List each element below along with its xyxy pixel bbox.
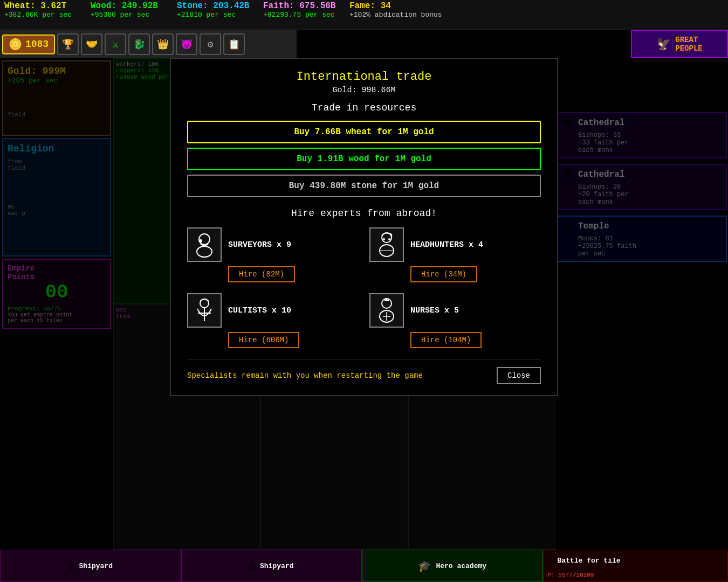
faith-value: Faith: 675.56B [263, 1, 341, 11]
bottom-shipyard-1[interactable]: ⚓ Shipyard [0, 550, 181, 582]
great-people-icon: 🦅 [656, 37, 671, 52]
coin-badge[interactable]: 🪙 1083 [2, 34, 55, 54]
expert-nurses: NURSES x 5 Hire (104M) [369, 293, 541, 348]
fame-resource: Fame: 34 +102% abdication bonus [345, 0, 447, 20]
modal-overlay: International trade Gold: 998.66M Trade … [0, 58, 728, 550]
wheat-rate: +382.66K per sec [4, 11, 82, 19]
nav-handshake[interactable]: 🤝 [81, 33, 102, 55]
great-people-label: GREATPEOPLE [675, 36, 702, 53]
resource-bar: Wheat: 3.62T +382.66K per sec Wood: 249.… [0, 0, 728, 30]
battle-label: Battle for tile [558, 557, 621, 565]
trade-modal: International trade Gold: 998.66M Trade … [170, 58, 558, 396]
hero-academy-icon: 🎓 [418, 559, 431, 573]
svg-point-1 [197, 246, 212, 257]
shipyard-1-icon: ⚓ [68, 559, 75, 573]
experts-grid: SURVEYORS x 9 Hire (82M) [187, 227, 541, 348]
nurse-name: NURSES x 5 [410, 306, 459, 315]
svg-point-6 [383, 238, 385, 240]
buy-wheat-button[interactable]: Buy 7.66B wheat for 1M gold [187, 121, 541, 143]
bottom-shipyard-2[interactable]: ⚓ Shipyard [181, 550, 362, 582]
coin-icon: 🪙 [9, 38, 22, 51]
buy-stone-button[interactable]: Buy 439.80M stone for 1M gold [187, 175, 541, 197]
expert-cultists: CULTISTS x 10 Hire (606M) [187, 293, 359, 348]
shipyard-2-label: Shipyard [260, 562, 293, 570]
svg-point-2 [199, 239, 202, 242]
bottom-battle[interactable]: ⚔ Battle for tile P: 5577/10200 [543, 550, 729, 582]
shipyard-1-label: Shipyard [79, 562, 113, 570]
surveyor-name: SURVEYORS x 9 [228, 240, 291, 250]
nav-dragon[interactable]: 🐉 [128, 33, 150, 55]
close-button[interactable]: Close [497, 367, 541, 384]
coin-count: 1083 [25, 39, 49, 50]
fame-value: Fame: 34 [349, 1, 442, 11]
hire-cultists-button[interactable]: Hire (606M) [228, 332, 299, 348]
svg-rect-12 [384, 300, 389, 301]
expert-headhunters: HEADHUNTERS x 4 Hire (34M) [369, 227, 541, 282]
hire-nurses-button[interactable]: Hire (104M) [410, 332, 482, 348]
faith-rate: +82293.75 per sec [263, 11, 341, 19]
stone-resource: Stone: 203.42B +21810 per sec [173, 0, 259, 20]
expert-surveyors: SURVEYORS x 9 Hire (82M) [187, 227, 359, 282]
expert-nurses-top: NURSES x 5 [369, 293, 459, 328]
stone-rate: +21810 per sec [177, 11, 255, 19]
nav-demon[interactable]: 😈 [176, 33, 197, 55]
surveyor-portrait [187, 227, 222, 262]
nav-trophy[interactable]: 🏆 [57, 33, 79, 55]
nav-extra1[interactable]: ⚙ [200, 33, 221, 55]
fame-rate: +102% abdication bonus [349, 11, 442, 19]
wood-resource: Wood: 249.92B +95380 per sec [86, 0, 173, 20]
cultist-portrait [187, 293, 222, 328]
hero-academy-label: Hero academy [436, 562, 486, 570]
buy-wood-button[interactable]: Buy 1.91B wood for 1M gold [187, 148, 541, 170]
battle-icon: ⚔ [548, 554, 554, 567]
svg-point-7 [388, 238, 390, 240]
expert-headhunters-top: HEADHUNTERS x 4 [369, 227, 483, 262]
wheat-resource: Wheat: 3.62T +382.66K per sec [0, 0, 86, 20]
hire-headhunters-button[interactable]: Hire (34M) [410, 266, 477, 282]
bottom-hero-academy[interactable]: 🎓 Hero academy [362, 550, 543, 582]
hire-section-title: Hire experts from abroad! [187, 208, 541, 219]
cultist-name: CULTISTS x 10 [228, 306, 291, 315]
great-people-button[interactable]: 🦅 GREATPEOPLE [631, 30, 728, 58]
stone-value: Stone: 203.42B [177, 1, 255, 11]
shipyard-2-icon: ⚓ [249, 559, 256, 573]
icon-bar: 🪙 1083 🏆 🤝 ⚔ 🐉 👑 😈 ⚙ 📋 [0, 30, 297, 58]
modal-gold: Gold: 998.66M [187, 86, 541, 95]
nav-crown[interactable]: 👑 [152, 33, 174, 55]
expert-surveyors-top: SURVEYORS x 9 [187, 227, 291, 262]
battle-subtext: P: 5577/10200 [548, 572, 594, 578]
wheat-value: Wheat: 3.62T [4, 1, 82, 11]
expert-cultists-top: CULTISTS x 10 [187, 293, 291, 328]
bottom-bar: ⚓ Shipyard ⚓ Shipyard 🎓 Hero academy ⚔ B… [0, 550, 728, 582]
modal-title: International trade [187, 70, 541, 84]
headhunter-portrait [369, 227, 404, 262]
hire-surveyors-button[interactable]: Hire (82M) [228, 266, 295, 282]
wood-rate: +95380 per sec [91, 11, 168, 19]
headhunter-name: HEADHUNTERS x 4 [410, 240, 483, 250]
nav-extra2[interactable]: 📋 [223, 33, 245, 55]
trade-section-title: Trade in resources [187, 102, 541, 113]
faith-resource: Faith: 675.56B +82293.75 per sec [259, 0, 345, 20]
wood-value: Wood: 249.92B [91, 1, 168, 11]
specialists-note: Specialists remain with you when restart… [187, 371, 423, 380]
nav-sword[interactable]: ⚔ [105, 33, 126, 55]
nurse-portrait [369, 293, 404, 328]
modal-footer: Specialists remain with you when restart… [187, 359, 541, 384]
